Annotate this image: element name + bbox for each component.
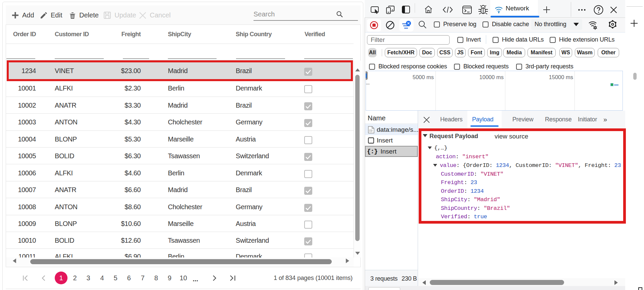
svg-text:TXT: TXT [370,130,373,132]
